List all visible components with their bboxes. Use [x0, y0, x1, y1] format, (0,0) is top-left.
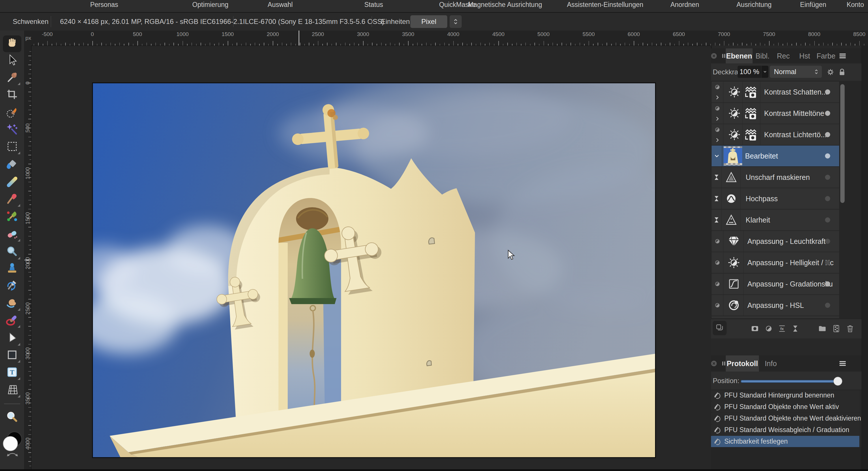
- layers-scrollbar[interactable]: [840, 84, 845, 203]
- gradient-tool[interactable]: [3, 174, 21, 191]
- collapse-chevron-icon[interactable]: [712, 151, 722, 161]
- shape-tool[interactable]: [3, 347, 21, 364]
- clone-stamp-tool[interactable]: [3, 261, 21, 278]
- undo-brush-tool[interactable]: [3, 278, 21, 295]
- crop-tool[interactable]: [3, 87, 21, 103]
- toolbar-button-anordnen[interactable]: Anordnen: [670, 1, 699, 9]
- live-filter-hourglass-icon[interactable]: [712, 215, 721, 225]
- history-position-knob[interactable]: [833, 377, 842, 386]
- vertical-ruler[interactable]: 05001000150020002500300035004000: [24, 45, 31, 471]
- close-panel-icon[interactable]: [709, 358, 719, 369]
- lock-icon[interactable]: [836, 66, 848, 78]
- color-swatches[interactable]: [2, 431, 23, 459]
- layer-row-anpassung-hsl[interactable]: Anpassung - HSL: [712, 295, 839, 316]
- eraser-tool[interactable]: [3, 226, 21, 243]
- opacity-dropdown-button[interactable]: [762, 66, 769, 78]
- mask-button[interactable]: [749, 324, 761, 334]
- layer-row-unscharf-maskieren[interactable]: Unscharf maskieren: [712, 167, 839, 188]
- paint-brush-tool[interactable]: [3, 191, 21, 208]
- layers-tab-farbe[interactable]: Farbe: [815, 48, 837, 63]
- visibility-toggle-icon[interactable]: [712, 300, 722, 310]
- history-item-sichtbarkeit-festlegen[interactable]: Sichtbarkeit festlegen: [711, 436, 859, 447]
- visibility-toggle-icon[interactable]: [712, 279, 722, 289]
- toolbar-button-status[interactable]: Status: [364, 1, 383, 9]
- history-item-pfu-standard-weissabgleich-graduation[interactable]: PFU Standard Weissabgleich / Graduation: [711, 424, 859, 436]
- history-position-slider[interactable]: [741, 380, 842, 383]
- selection-brush-tool[interactable]: [3, 104, 21, 121]
- delete-button[interactable]: [844, 324, 856, 334]
- layer-row-kontrast-mitteltöne[interactable]: Kontrast Mitteltöne: [712, 103, 839, 124]
- toolbar-button-personas[interactable]: Personas: [90, 1, 118, 9]
- toolbar-button-assistenten-einstellungen[interactable]: Assistenten-Einstellungen: [567, 1, 644, 9]
- live-filter-hourglass-icon[interactable]: [712, 172, 721, 182]
- smudge-tool[interactable]: [3, 295, 21, 312]
- toolbar-button-einfügen[interactable]: Einfügen: [800, 1, 827, 9]
- color-replacement-brush-tool[interactable]: [3, 208, 21, 225]
- canvas-photo[interactable]: [92, 83, 656, 458]
- live-filter-button[interactable]: [789, 324, 801, 334]
- gear-icon[interactable]: [825, 66, 836, 78]
- expand-chevron-icon[interactable]: [712, 135, 722, 145]
- panel-menu-icon[interactable]: [837, 51, 848, 61]
- new-layer-button[interactable]: [831, 324, 842, 334]
- layer-row-anpassung-helligkeit-kc[interactable]: Anpassung - Helligkeit / Kc: [712, 252, 839, 273]
- layer-row-bearbeitet[interactable]: Bearbeitet: [712, 145, 839, 166]
- zoom-tool[interactable]: [3, 409, 21, 426]
- history-tab-protokoll[interactable]: Protokoll: [726, 356, 759, 372]
- layer-edit-dot[interactable]: [825, 239, 830, 244]
- layer-edit-dot[interactable]: [825, 196, 830, 201]
- layer-row-anpassung-leuchtkraft[interactable]: Anpassung - Leuchtkraft: [712, 231, 839, 251]
- layers-tab-bibl[interactable]: Bibl.: [752, 48, 773, 63]
- adjustment-button[interactable]: [763, 324, 775, 334]
- layer-edit-dot[interactable]: [825, 217, 830, 223]
- visibility-toggle-icon[interactable]: [712, 125, 722, 135]
- toolbar-button-ausrichtung[interactable]: Ausrichtung: [736, 1, 771, 9]
- layer-edit-dot[interactable]: [825, 132, 830, 137]
- layer-row-kontrast-lichtertö[interactable]: Kontrast Lichtertö...: [712, 124, 839, 145]
- fx-button[interactable]: fx: [776, 324, 788, 334]
- panel-menu-icon[interactable]: [837, 358, 848, 369]
- layer-edit-dot[interactable]: [825, 303, 830, 308]
- visibility-toggle-icon[interactable]: [712, 103, 722, 113]
- color-picker-tool[interactable]: [3, 69, 21, 86]
- duplicate-layer-button[interactable]: [713, 321, 726, 335]
- toolbar-button-magnetische-ausrichtung[interactable]: Magnetische Ausrichtung: [468, 1, 542, 9]
- layer-edit-dot[interactable]: [825, 153, 830, 159]
- visibility-toggle-icon[interactable]: [712, 236, 722, 246]
- layer-edit-dot[interactable]: [825, 111, 830, 116]
- live-filter-hourglass-icon[interactable]: [712, 194, 721, 203]
- layer-row-hochpass[interactable]: Hochpass: [712, 188, 839, 209]
- flood-select-tool[interactable]: [3, 122, 21, 138]
- node-tool[interactable]: [3, 330, 21, 347]
- history-item-pfu-standard-hintergrund-benennen[interactable]: PFU Standard Hintergrund benennen: [711, 390, 859, 401]
- red-eye-removal-tool[interactable]: [3, 312, 21, 329]
- expand-chevron-icon[interactable]: [712, 93, 722, 102]
- layers-tab-rec[interactable]: Rec: [773, 48, 794, 63]
- visibility-toggle-icon[interactable]: [712, 82, 722, 92]
- horizontal-ruler[interactable]: -500050010001500200025003000350040004500…: [31, 31, 868, 46]
- toolbar-button-optimierung[interactable]: Optimierung: [192, 1, 228, 9]
- group-button[interactable]: [817, 324, 828, 334]
- marquee-tool[interactable]: [3, 139, 21, 155]
- canvas-area[interactable]: [31, 46, 711, 471]
- mesh-warp-tool[interactable]: [3, 382, 21, 399]
- layers-tab-ebenen[interactable]: Ebenen: [726, 48, 752, 63]
- expand-chevron-icon[interactable]: [712, 114, 722, 124]
- opacity-value-field[interactable]: 100 %: [738, 66, 761, 78]
- layer-edit-dot[interactable]: [825, 281, 830, 287]
- layer-row-kontrast-schatten[interactable]: Kontrast Schatten...: [712, 81, 839, 102]
- units-select[interactable]: Pixel: [410, 15, 447, 28]
- move-tool[interactable]: [3, 53, 21, 69]
- visibility-toggle-icon[interactable]: [712, 258, 722, 268]
- layer-row-anpassung-gradationsku[interactable]: Anpassung - Gradationsku: [712, 274, 839, 294]
- blemish-removal-tool[interactable]: [3, 244, 21, 261]
- history-item-pfu-standard-objekte-ohne-wert-deaktivieren[interactable]: PFU Standard Objekte ohne Wert deaktivie…: [711, 413, 859, 424]
- flood-fill-tool[interactable]: [3, 157, 21, 173]
- layer-row-klarheit[interactable]: Klarheit: [712, 209, 839, 230]
- history-item-pfu-standard-objekte-ohne-wert-aktiv[interactable]: PFU Standard Objekte ohne Wert aktiv: [711, 401, 859, 412]
- layer-edit-dot[interactable]: [825, 260, 830, 265]
- text-tool[interactable]: T: [3, 364, 21, 381]
- layer-thumbnail[interactable]: [724, 146, 742, 165]
- toolbar-button-auswahl[interactable]: Auswahl: [268, 1, 293, 9]
- toolbar-button-konto[interactable]: Konto: [847, 1, 864, 9]
